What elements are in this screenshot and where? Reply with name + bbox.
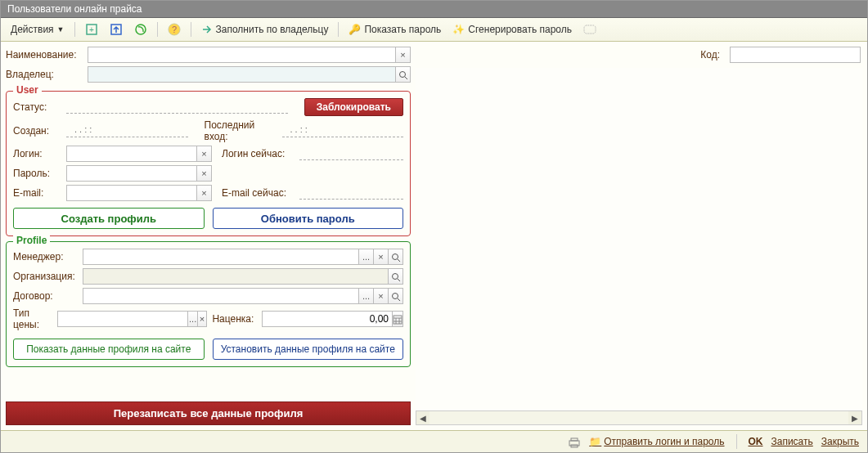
svg-point-13 <box>392 294 398 299</box>
clear-icon[interactable]: × <box>197 165 212 182</box>
manager-input[interactable] <box>83 249 359 265</box>
contract-input[interactable] <box>83 288 359 304</box>
ok-button[interactable]: OK <box>749 436 763 447</box>
lookup-icon[interactable] <box>396 66 411 83</box>
svg-text:+: + <box>89 25 94 34</box>
help-icon[interactable]: ? <box>163 20 186 38</box>
toolbar-icon-2[interactable] <box>105 20 128 38</box>
block-button[interactable]: Заблокировать <box>304 98 403 116</box>
status-label: Статус: <box>13 101 66 113</box>
svg-rect-15 <box>394 316 402 324</box>
clear-icon[interactable]: × <box>197 146 212 162</box>
save-button[interactable]: Записать <box>771 436 813 447</box>
right-panel <box>416 68 862 410</box>
org-input[interactable] <box>83 268 389 285</box>
chevron-down-icon: ▼ <box>57 25 65 34</box>
lookup-icon[interactable] <box>389 249 403 265</box>
window-title: Пользователи онлайн прайса <box>1 1 867 18</box>
scroll-left-icon[interactable]: ◀ <box>416 414 430 423</box>
created-label: Создан: <box>13 125 66 137</box>
user-fieldset: User Статус: Заблокировать Создан: . . :… <box>6 91 411 236</box>
sparkle-icon: ✨ <box>452 24 465 35</box>
rewrite-all-button[interactable]: Перезаписать все данные профиля <box>6 401 411 425</box>
user-legend: User <box>13 84 42 96</box>
email-input[interactable] <box>66 185 197 201</box>
name-input[interactable] <box>88 47 396 63</box>
ellipsis-icon[interactable]: ... <box>359 249 374 265</box>
created-value: . . : : <box>66 124 188 137</box>
email-label: E-mail: <box>13 187 66 199</box>
toolbar-icon-3[interactable] <box>129 20 152 38</box>
svg-point-3 <box>136 25 146 34</box>
login-label: Логин: <box>13 148 66 159</box>
password-label: Пароль: <box>13 168 66 179</box>
owner-label: Владелец: <box>6 69 88 80</box>
fill-by-owner-button[interactable]: Заполнить по владельцу <box>196 21 334 38</box>
key-icon: 🔑 <box>349 24 361 35</box>
svg-line-14 <box>398 298 400 301</box>
last-login-value: . . : : <box>282 124 404 137</box>
price-type-label: Тип цены: <box>13 307 57 330</box>
folder-icon: 📁 <box>589 436 601 447</box>
name-label: Наименование: <box>6 49 88 61</box>
clear-icon[interactable]: × <box>374 249 389 265</box>
close-button[interactable]: Закрыть <box>821 436 859 447</box>
markup-input[interactable] <box>262 311 393 327</box>
toolbar-icon-1[interactable]: + <box>80 20 103 38</box>
fill-by-owner-label: Заполнить по владельцу <box>216 24 329 35</box>
svg-point-7 <box>399 72 405 78</box>
toolbar-icon-extra[interactable] <box>578 22 601 37</box>
show-password-label: Показать пароль <box>364 24 441 35</box>
actions-label: Действия <box>11 24 54 35</box>
svg-text:?: ? <box>172 25 177 34</box>
set-profile-data-button[interactable]: Установить данные профиля на сайте <box>213 339 404 360</box>
status-value <box>66 101 288 114</box>
calculator-icon[interactable] <box>393 311 403 327</box>
profile-fieldset: Profile Менеджер: ... × Организация: Дог… <box>6 241 411 367</box>
scroll-right-icon[interactable]: ▶ <box>848 414 861 423</box>
send-login-button[interactable]: 📁 Отправить логин и пароль <box>589 436 724 447</box>
clear-icon[interactable]: × <box>197 185 212 201</box>
gen-password-label: Сгенерировать пароль <box>468 24 572 35</box>
svg-rect-6 <box>584 25 596 34</box>
svg-point-9 <box>392 254 398 260</box>
manager-label: Менеджер: <box>13 251 83 262</box>
clear-icon[interactable]: × <box>396 47 411 63</box>
last-login-label: Последний вход: <box>205 119 282 142</box>
markup-label: Наценка: <box>212 313 259 325</box>
update-password-button[interactable]: Обновить пароль <box>213 208 404 229</box>
login-input[interactable] <box>66 146 197 162</box>
svg-line-10 <box>398 259 400 262</box>
lookup-icon[interactable] <box>389 288 403 304</box>
owner-input[interactable] <box>88 66 396 83</box>
code-input[interactable] <box>730 47 861 63</box>
show-profile-data-button[interactable]: Показать данные профиля на сайте <box>13 339 205 360</box>
login-now-label: Логин сейчас: <box>222 148 299 159</box>
toolbar: Действия ▼ + ? Заполнить по владельцу 🔑 … <box>1 18 867 42</box>
svg-rect-21 <box>571 438 578 441</box>
email-now-label: E-mail сейчас: <box>222 187 299 199</box>
printer-icon[interactable] <box>568 435 581 448</box>
ellipsis-icon[interactable]: ... <box>188 311 197 327</box>
ellipsis-icon[interactable]: ... <box>359 288 374 304</box>
generate-password-button[interactable]: ✨ Сгенерировать пароль <box>447 21 577 38</box>
svg-line-8 <box>405 77 407 79</box>
profile-legend: Profile <box>13 235 50 246</box>
price-type-input[interactable] <box>57 311 188 327</box>
svg-point-11 <box>392 274 398 280</box>
email-now-value <box>299 186 403 200</box>
clear-icon[interactable]: × <box>374 288 389 304</box>
org-label: Организация: <box>13 271 83 282</box>
create-profile-button[interactable]: Создать профиль <box>13 208 205 229</box>
login-now-value <box>299 147 403 160</box>
svg-line-12 <box>398 279 400 281</box>
horizontal-scrollbar[interactable]: ◀ ▶ <box>416 410 862 425</box>
lookup-icon[interactable] <box>389 268 403 285</box>
show-password-button[interactable]: 🔑 Показать пароль <box>344 21 446 38</box>
clear-icon[interactable]: × <box>198 311 207 327</box>
actions-button[interactable]: Действия ▼ <box>6 21 70 38</box>
code-label: Код: <box>700 49 725 61</box>
password-input[interactable] <box>66 165 197 182</box>
contract-label: Договор: <box>13 290 83 302</box>
send-login-label: Отправить логин и пароль <box>604 436 724 447</box>
